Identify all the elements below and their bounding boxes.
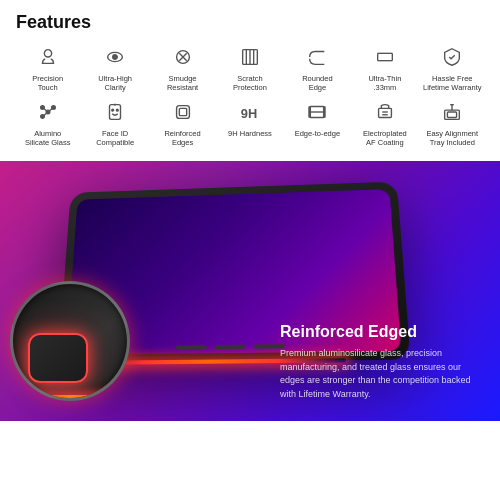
feature-precision-touch: PrecisionTouch xyxy=(16,43,79,92)
feature-hassle-free: Hassle FreeLifetime Warranty xyxy=(421,43,484,92)
feature-electroplated: ElectroplatedAF Coating xyxy=(353,98,416,147)
edge-to-edge-icon xyxy=(303,98,331,126)
svg-rect-26 xyxy=(179,108,186,115)
feature-easy-alignment: Easy AlignmentTray Included xyxy=(421,98,484,147)
features-title: Features xyxy=(16,12,484,33)
smudge-icon xyxy=(169,43,197,71)
features-row-2: AluminoSilicate Glass Face IDCompatible xyxy=(16,98,484,147)
zoom-corner-detail xyxy=(28,333,88,383)
feature-edge-to-edge: Edge-to-edge xyxy=(286,98,349,147)
phone-button-2 xyxy=(215,345,246,349)
reinforced-edges-label: ReinforcedEdges xyxy=(164,129,200,147)
ultra-high-clarity-label: Ultra-HighClarity xyxy=(98,74,132,92)
feature-smudge-resistant: SmudgeResistant xyxy=(151,43,214,92)
feature-9h-hardness: 9H 9H Hardness xyxy=(218,98,281,147)
alumino-silicate-label: AluminoSilicate Glass xyxy=(25,129,70,147)
touch-icon xyxy=(34,43,62,71)
feature-alumino-silicate: AluminoSilicate Glass xyxy=(16,98,79,147)
feature-face-id: Face IDCompatible xyxy=(83,98,146,147)
hassle-free-label: Hassle FreeLifetime Warranty xyxy=(423,74,482,92)
phone-button-1 xyxy=(176,345,207,349)
svg-text:9H: 9H xyxy=(241,106,257,121)
feature-ultra-high-clarity: Ultra-HighClarity xyxy=(83,43,146,92)
molecule-icon xyxy=(34,98,62,126)
feature-scratch-protection: ScratchProtection xyxy=(218,43,281,92)
bottom-title-bold: Reinforced xyxy=(280,323,364,340)
ultra-thin-label: Ultra-Thin.33mm xyxy=(368,74,401,92)
bottom-title: Reinforced Edged xyxy=(280,323,480,341)
easy-alignment-label: Easy AlignmentTray Included xyxy=(426,129,478,147)
svg-point-2 xyxy=(113,55,118,60)
edge-to-edge-label: Edge-to-edge xyxy=(295,129,340,138)
zoom-circle-inner xyxy=(13,284,127,398)
reinforced-edges-icon xyxy=(169,98,197,126)
feature-ultra-thin: Ultra-Thin.33mm xyxy=(353,43,416,92)
page-container: Features PrecisionTouch xyxy=(0,0,500,500)
svg-point-23 xyxy=(117,109,119,111)
svg-point-22 xyxy=(112,109,114,111)
precision-touch-label: PrecisionTouch xyxy=(32,74,63,92)
features-section: Features PrecisionTouch xyxy=(0,0,500,161)
9h-hardness-label: 9H Hardness xyxy=(228,129,272,138)
rounded-edge-icon xyxy=(303,43,331,71)
svg-rect-32 xyxy=(378,108,391,117)
coating-icon xyxy=(371,98,399,126)
feature-rounded-edge: RoundedEdge xyxy=(286,43,349,92)
eye-icon xyxy=(101,43,129,71)
9h-icon: 9H xyxy=(236,98,264,126)
features-row-1: PrecisionTouch Ultra-HighClarity xyxy=(16,43,484,92)
faceid-icon xyxy=(101,98,129,126)
scratch-protection-label: ScratchProtection xyxy=(233,74,267,92)
bottom-description: Reinforced Edged Premium aluminosilicate… xyxy=(280,323,480,401)
zoom-circle xyxy=(10,281,130,401)
feature-reinforced-edges: ReinforcedEdges xyxy=(151,98,214,147)
zoom-glow xyxy=(13,395,127,398)
bottom-title-regular: Edged xyxy=(364,323,417,340)
rounded-edge-label: RoundedEdge xyxy=(302,74,332,92)
svg-rect-25 xyxy=(176,106,189,119)
smudge-resistant-label: SmudgeResistant xyxy=(167,74,198,92)
face-id-label: Face IDCompatible xyxy=(96,129,134,147)
svg-point-0 xyxy=(44,50,51,57)
svg-rect-21 xyxy=(110,105,121,120)
tray-icon xyxy=(438,98,466,126)
scratch-icon xyxy=(236,43,264,71)
ultra-thin-icon xyxy=(371,43,399,71)
bottom-section: Reinforced Edged Premium aluminosilicate… xyxy=(0,161,500,421)
electroplated-label: ElectroplatedAF Coating xyxy=(363,129,407,147)
svg-rect-36 xyxy=(448,112,457,118)
bottom-body: Premium aluminosilicate glass, precision… xyxy=(280,347,480,401)
shield-icon xyxy=(438,43,466,71)
